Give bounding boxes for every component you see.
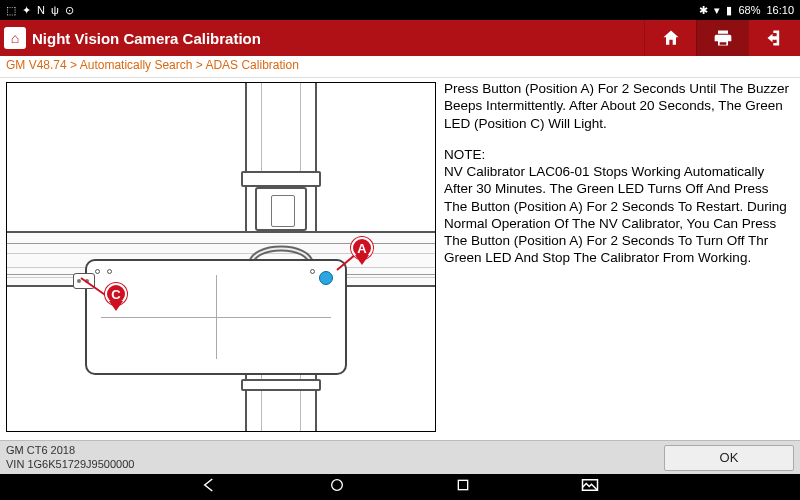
clock: 16:10 [766, 4, 794, 16]
status-right-icons: ✱ ▾ ▮ 68% 16:10 [699, 4, 794, 17]
home-icon [661, 28, 681, 48]
app-header: ⌂ Night Vision Camera Calibration [0, 20, 800, 56]
vehicle-vin: VIN 1G6K51729J9500000 [6, 458, 134, 472]
vehicle-model: GM CT6 2018 [6, 444, 134, 458]
android-nav-bar [0, 474, 800, 500]
status-left-icons: ⬚✦Nψ⊙ [6, 4, 74, 17]
nav-back-button[interactable] [201, 476, 219, 498]
button-position-a [319, 271, 333, 285]
bluetooth-icon: ✱ [699, 4, 708, 17]
calibrator-plate [85, 259, 347, 375]
back-icon [201, 476, 219, 494]
instruction-text: Press Button (Position A) For 2 Seconds … [440, 78, 800, 440]
image-icon [581, 478, 599, 492]
wifi-icon: ▾ [714, 4, 720, 17]
vehicle-info: GM CT6 2018 VIN 1G6K51729J9500000 [6, 444, 134, 472]
app-logo-icon: ⌂ [4, 27, 26, 49]
nav-recent-button[interactable] [455, 477, 471, 497]
svg-point-0 [332, 480, 343, 491]
nav-screenshot-button[interactable] [581, 478, 599, 496]
print-button[interactable] [696, 20, 748, 56]
square-icon [455, 477, 471, 493]
battery-icon: ▮ [726, 4, 732, 17]
instruction-note: NOTE: NV Calibrator LAC06-01 Stops Worki… [444, 146, 794, 267]
app-title-area: ⌂ Night Vision Camera Calibration [0, 27, 644, 49]
calibrator-diagram: A C [6, 82, 436, 432]
ok-button[interactable]: OK [664, 445, 794, 471]
circle-icon [329, 477, 345, 493]
callout-c: C [105, 283, 127, 311]
callout-a: A [351, 237, 373, 265]
footer-bar: GM CT6 2018 VIN 1G6K51729J9500000 OK [0, 440, 800, 474]
printer-icon [713, 28, 733, 48]
page-title: Night Vision Camera Calibration [32, 30, 261, 47]
breadcrumb: GM V48.74 > Automatically Search > ADAS … [0, 56, 800, 78]
android-status-bar: ⬚✦Nψ⊙ ✱ ▾ ▮ 68% 16:10 [0, 0, 800, 20]
diagram-pane: A C [0, 78, 440, 440]
exit-button[interactable] [748, 20, 800, 56]
nav-home-button[interactable] [329, 477, 345, 497]
battery-percent: 68% [738, 4, 760, 16]
instruction-paragraph-1: Press Button (Position A) For 2 Seconds … [444, 80, 794, 132]
svg-rect-1 [458, 480, 467, 489]
home-button[interactable] [644, 20, 696, 56]
content-area: A C Press Button (Position A) For 2 Seco… [0, 78, 800, 440]
exit-icon [765, 28, 785, 48]
